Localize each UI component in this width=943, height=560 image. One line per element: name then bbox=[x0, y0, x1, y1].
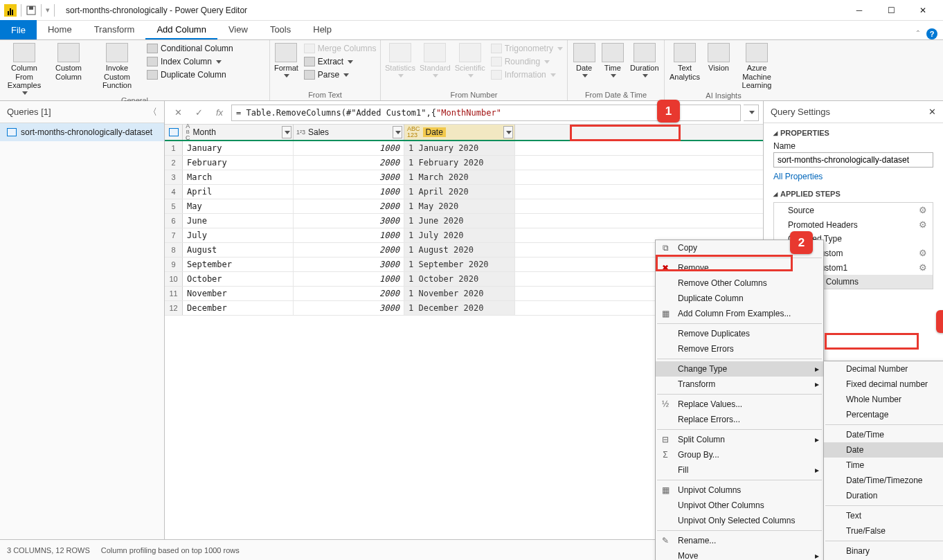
ctx-split[interactable]: ⊟Split Column▸ bbox=[656, 432, 823, 447]
type-datetime[interactable]: Date/Time bbox=[824, 427, 943, 442]
gear-icon[interactable]: ⚙ bbox=[919, 205, 927, 215]
cell-sales[interactable]: 2000 bbox=[294, 156, 404, 170]
commit-step-icon[interactable]: ✓ bbox=[190, 105, 208, 121]
cell-month[interactable]: August bbox=[183, 243, 294, 257]
azure-ml-button[interactable]: Azure Machine Learning bbox=[737, 42, 777, 90]
step-promoted[interactable]: Promoted Headers⚙ bbox=[774, 217, 933, 232]
cell-sales[interactable]: 2000 bbox=[294, 243, 404, 257]
ctx-move[interactable]: Move▸ bbox=[656, 548, 823, 560]
column-header-month[interactable]: ABCMonth bbox=[183, 125, 294, 140]
table-row[interactable]: 5 May 2000 1 May 2020 bbox=[165, 199, 763, 214]
cell-sales[interactable]: 2000 bbox=[294, 287, 404, 300]
cell-month[interactable]: September bbox=[183, 258, 294, 271]
ctx-unpivot-selected[interactable]: Unpivot Only Selected Columns bbox=[656, 513, 823, 528]
information-button[interactable]: Information bbox=[490, 69, 564, 80]
ctx-duplicate[interactable]: Duplicate Column bbox=[656, 291, 823, 306]
column-from-examples-button[interactable]: Column From Examples bbox=[4, 42, 44, 95]
close-button[interactable]: ✕ bbox=[907, 0, 939, 21]
table-row[interactable]: 6 June 3000 1 June 2020 bbox=[165, 214, 763, 228]
statistics-button[interactable]: Statistics bbox=[385, 42, 415, 78]
vision-button[interactable]: Vision bbox=[705, 42, 733, 73]
index-column-button[interactable]: Index Column bbox=[145, 56, 235, 67]
filter-month-icon[interactable] bbox=[282, 126, 291, 138]
cell-sales[interactable]: 3000 bbox=[294, 301, 404, 315]
standard-button[interactable]: Standard bbox=[420, 42, 451, 78]
ctx-unpivot[interactable]: ▦Unpivot Columns bbox=[656, 482, 823, 498]
ctx-remove-duplicates[interactable]: Remove Duplicates bbox=[656, 326, 823, 341]
ctx-remove-errors[interactable]: Remove Errors bbox=[656, 341, 823, 356]
ctx-remove-other[interactable]: Remove Other Columns bbox=[656, 276, 823, 291]
menu-add-column[interactable]: Add Column bbox=[145, 20, 217, 39]
invoke-function-button[interactable]: Invoke Custom Function bbox=[93, 42, 141, 90]
ctx-rename[interactable]: ✎Rename... bbox=[656, 533, 823, 548]
trigonometry-button[interactable]: Trigonometry bbox=[490, 43, 564, 54]
table-row[interactable]: 4 April 1000 1 April 2020 bbox=[165, 185, 763, 199]
ctx-fill[interactable]: Fill▸ bbox=[656, 462, 823, 478]
ctx-replace-values[interactable]: ½Replace Values... bbox=[656, 397, 823, 412]
collapse-queries-icon[interactable]: 〈 bbox=[148, 106, 157, 118]
table-row[interactable]: 3 March 3000 1 March 2020 bbox=[165, 170, 763, 185]
time-button[interactable]: Time bbox=[600, 42, 625, 78]
merge-columns-button[interactable]: Merge Columns bbox=[303, 43, 378, 54]
cell-sales[interactable]: 3000 bbox=[294, 258, 404, 271]
table-row[interactable]: 1 January 1000 1 January 2020 bbox=[165, 141, 763, 156]
filter-sales-icon[interactable] bbox=[393, 126, 402, 138]
ctx-unpivot-other[interactable]: Unpivot Other Columns bbox=[656, 498, 823, 513]
type-truefalse[interactable]: True/False bbox=[824, 523, 943, 539]
menu-view[interactable]: View bbox=[217, 20, 259, 39]
cell-date[interactable]: 1 December 2020 bbox=[404, 301, 515, 315]
cell-sales[interactable]: 3000 bbox=[294, 170, 404, 184]
date-button[interactable]: Date bbox=[572, 42, 596, 78]
menu-transform[interactable]: Transform bbox=[83, 20, 146, 39]
cell-date[interactable]: 1 October 2020 bbox=[404, 272, 515, 286]
duration-button[interactable]: Duration bbox=[629, 42, 660, 78]
duplicate-column-button[interactable]: Duplicate Column bbox=[145, 69, 235, 80]
cell-month[interactable]: July bbox=[183, 228, 294, 242]
step-source[interactable]: Source⚙ bbox=[774, 203, 933, 217]
close-settings-icon[interactable]: ✕ bbox=[928, 107, 936, 117]
cell-sales[interactable]: 1000 bbox=[294, 272, 404, 286]
cell-date[interactable]: 1 April 2020 bbox=[404, 185, 515, 199]
conditional-column-button[interactable]: Conditional Column bbox=[145, 43, 235, 54]
cell-date[interactable]: 1 September 2020 bbox=[404, 258, 515, 271]
extract-button[interactable]: Extract bbox=[303, 56, 378, 67]
cell-date[interactable]: 1 January 2020 bbox=[404, 141, 515, 155]
menu-tools[interactable]: Tools bbox=[259, 20, 302, 39]
cell-sales[interactable]: 2000 bbox=[294, 199, 404, 213]
menu-home[interactable]: Home bbox=[37, 20, 83, 39]
type-text[interactable]: Text bbox=[824, 508, 943, 523]
cell-month[interactable]: November bbox=[183, 287, 294, 300]
cell-sales[interactable]: 1000 bbox=[294, 141, 404, 155]
cell-month[interactable]: February bbox=[183, 156, 294, 170]
cell-date[interactable]: 1 August 2020 bbox=[404, 243, 515, 257]
text-analytics-button[interactable]: Text Analytics bbox=[669, 42, 701, 81]
cell-date[interactable]: 1 July 2020 bbox=[404, 228, 515, 242]
table-row[interactable]: 2 February 2000 1 February 2020 bbox=[165, 156, 763, 170]
save-icon[interactable] bbox=[26, 5, 37, 16]
minimize-button[interactable]: ─ bbox=[843, 0, 875, 21]
grid-corner[interactable] bbox=[165, 125, 183, 140]
ctx-group-by[interactable]: ΣGroup By... bbox=[656, 447, 823, 462]
cell-date[interactable]: 1 March 2020 bbox=[404, 170, 515, 184]
rounding-button[interactable]: Rounding bbox=[490, 56, 564, 67]
query-name-input[interactable] bbox=[773, 152, 933, 168]
type-decimal[interactable]: Decimal Number bbox=[824, 361, 943, 377]
filter-date-icon[interactable] bbox=[503, 126, 513, 138]
all-properties-link[interactable]: All Properties bbox=[773, 172, 823, 181]
cell-month[interactable]: October bbox=[183, 272, 294, 286]
ctx-add-from-examples[interactable]: ▦Add Column From Examples... bbox=[656, 306, 823, 321]
ctx-remove[interactable]: ✖Remove bbox=[656, 260, 823, 276]
menu-help[interactable]: Help bbox=[302, 20, 343, 39]
cell-date[interactable]: 1 May 2020 bbox=[404, 199, 515, 213]
ctx-change-type[interactable]: Change Type▸ bbox=[656, 361, 823, 377]
cell-sales[interactable]: 1000 bbox=[294, 228, 404, 242]
type-dtz[interactable]: Date/Time/Timezone bbox=[824, 473, 943, 488]
cell-month[interactable]: March bbox=[183, 170, 294, 184]
cell-sales[interactable]: 1000 bbox=[294, 185, 404, 199]
cell-month[interactable]: May bbox=[183, 199, 294, 213]
cell-month[interactable]: January bbox=[183, 141, 294, 155]
type-percentage[interactable]: Percentage bbox=[824, 407, 943, 422]
type-time[interactable]: Time bbox=[824, 458, 943, 473]
type-duration[interactable]: Duration bbox=[824, 488, 943, 503]
column-header-sales[interactable]: 1²3Sales bbox=[294, 125, 404, 140]
